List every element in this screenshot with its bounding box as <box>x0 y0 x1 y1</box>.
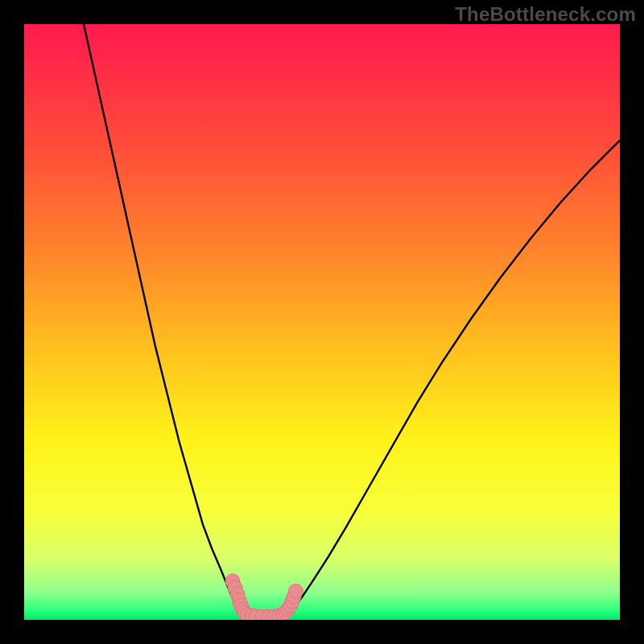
watermark-text: TheBottleneck.com <box>455 3 636 26</box>
gradient-background <box>24 24 620 620</box>
outer-frame: TheBottleneck.com <box>0 0 644 644</box>
chart-svg <box>24 24 620 620</box>
chart-plot-area <box>24 24 620 620</box>
valley-marker <box>288 584 303 599</box>
